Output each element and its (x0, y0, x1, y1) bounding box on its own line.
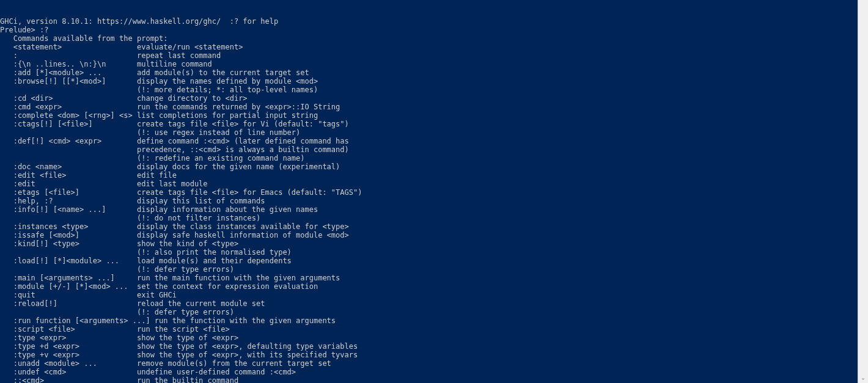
terminal-line: precedence, ::<cmd> is always a builtin … (0, 145, 858, 154)
terminal-window: GHCi, version 8.10.1: https://www.haskel… (0, 0, 868, 383)
terminal-line: (!: do not filter instances) (0, 214, 858, 222)
terminal-line: (!: defer type errors) (0, 265, 858, 274)
terminal-line: :edit <file> edit file (0, 171, 858, 180)
terminal-line: :main [<arguments> ...] run the main fun… (0, 274, 858, 282)
vertical-scrollbar[interactable]: ⌄ (858, 0, 868, 383)
terminal-line: :etags [<file>] create tags file <file> … (0, 188, 858, 197)
terminal-line: (!: also print the normalised type) (0, 248, 858, 257)
terminal-line: :load[!] [*]<module> ... load module(s) … (0, 257, 858, 265)
terminal-line: :type +d <expr> show the type of <expr>,… (0, 342, 858, 351)
terminal-line: :edit edit last module (0, 180, 858, 188)
terminal-line: Commands available from the prompt: (0, 34, 858, 43)
terminal-line: :browse[!] [[*]<mod>] display the names … (0, 77, 858, 86)
terminal-line: :cd <dir> change directory to <dir> (0, 94, 858, 103)
terminal-line: (!: use regex instead of line number) (0, 128, 858, 137)
terminal-line: ::<cmd> run the builtin command (0, 376, 858, 383)
terminal-line: :complete <dom> [<rng>] <s> list complet… (0, 111, 858, 120)
terminal-line: :info[!] [<name> ...] display informatio… (0, 205, 858, 214)
terminal-line: (!: more details; *: all top-level names… (0, 86, 858, 94)
terminal-line: :instances <type> display the class inst… (0, 222, 858, 231)
terminal-line: <statement> evaluate/run <statement> (0, 43, 858, 51)
terminal-line: :quit exit GHCi (0, 291, 858, 299)
terminal-line: (!: redefine an existing command name) (0, 154, 858, 162)
terminal-line: :module [+/-] [*]<mod> ... set the conte… (0, 282, 858, 291)
terminal-line: :ctags[!] [<file>] create tags file <fil… (0, 120, 858, 128)
terminal-line: :script <file> run the script <file> (0, 325, 858, 334)
terminal-line: :unadd <module> ... remove module(s) fro… (0, 359, 858, 368)
terminal-line: :run function [<arguments> ...] run the … (0, 316, 858, 325)
terminal-line: :add [*]<module> ... add module(s) to th… (0, 68, 858, 77)
terminal-line: :help, :? display this list of commands (0, 197, 858, 205)
chevron-down-icon: ⌄ (862, 374, 865, 382)
terminal-line: :reload[!] reload the current module set (0, 299, 858, 308)
terminal-line: :{\n ..lines.. \n:}\n multiline command (0, 60, 858, 68)
terminal-line: :undef <cmd> undefine user-defined comma… (0, 368, 858, 376)
terminal-line: GHCi, version 8.10.1: https://www.haskel… (0, 17, 858, 26)
terminal-line: :type <expr> show the type of <expr> (0, 334, 858, 342)
terminal-line: :cmd <expr> run the commands returned by… (0, 103, 858, 111)
terminal-line: :issafe [<mod>] display safe haskell inf… (0, 231, 858, 239)
terminal-line: :type +v <expr> show the type of <expr>,… (0, 351, 858, 359)
terminal-line: (!: defer type errors) (0, 308, 858, 316)
terminal-line: :def[!] <cmd> <expr> define command :<cm… (0, 137, 858, 145)
terminal-line: :kind[!] <type> show the kind of <type> (0, 239, 858, 248)
terminal-output[interactable]: GHCi, version 8.10.1: https://www.haskel… (0, 0, 858, 383)
scrollbar-down-button[interactable]: ⌄ (858, 373, 868, 383)
terminal-line: Prelude> :? (0, 26, 858, 34)
scrollbar-track[interactable] (858, 0, 868, 373)
terminal-line: :doc <name> display docs for the given n… (0, 162, 858, 171)
terminal-line: : repeat last command (0, 51, 858, 60)
